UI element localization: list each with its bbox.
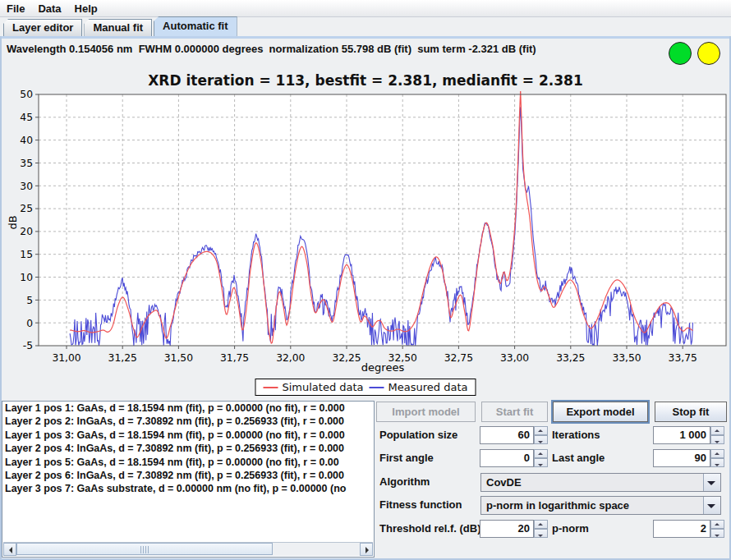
x-tick-label: 33,25 (556, 352, 585, 364)
x-tick-label: 31,75 (220, 352, 249, 364)
y-tick-label: 5 (26, 295, 33, 306)
spin-up-button[interactable] (710, 520, 724, 529)
chevron-down-icon (707, 504, 715, 508)
tab-layer-editor[interactable]: Layer editor (3, 19, 82, 36)
x-tick-label: 31,00 (52, 352, 80, 364)
fitness-function-value: p-norm in logarithmic space (481, 499, 703, 512)
last-angle-label: Last angle (552, 449, 605, 467)
y-tick-label: 0 (26, 318, 33, 329)
spin-up-button[interactable] (710, 449, 724, 458)
up-arrow-icon (538, 523, 543, 526)
simulated-line-swatch (263, 387, 278, 388)
tab-manual-fit[interactable]: Manual fit (84, 19, 152, 36)
p-norm-value[interactable]: 2 (653, 520, 710, 538)
right-arrow-icon (366, 547, 372, 553)
spin-up-button[interactable] (534, 520, 548, 529)
spin-down-button[interactable] (534, 458, 548, 467)
layer-list-item[interactable]: Layer 2 pos 2: InGaAs, d = 7.30892 nm (f… (2, 415, 374, 428)
layer-list-item[interactable]: Layer 1 pos 5: GaAs, d = 18.1594 nm (fit… (2, 456, 374, 469)
up-arrow-icon (715, 452, 720, 455)
spin-up-button[interactable] (534, 426, 548, 435)
y-tick-label: 40 (20, 135, 33, 146)
down-arrow-icon (538, 464, 543, 466)
xrd-chart: 31,0031,2531,5031,7532,0032,2532,5032,75… (0, 70, 731, 379)
y-tick-label: 50 (20, 89, 33, 100)
iterations-label: Iterations (552, 426, 600, 444)
y-tick-label: 15 (20, 249, 33, 260)
x-tick-label: 33,75 (669, 352, 697, 364)
y-axis-label: dB (7, 215, 19, 229)
iterations-spinner[interactable]: 1 000 (653, 426, 724, 444)
y-tick-label: -5 (23, 340, 33, 351)
combo-arrow-button[interactable] (703, 497, 720, 514)
y-tick-label: 25 (20, 203, 33, 214)
stop-fit-button[interactable]: Stop fit (655, 402, 727, 422)
up-arrow-icon (538, 429, 543, 432)
threshold-spinner[interactable]: 20 (480, 520, 548, 538)
layer-list-item[interactable]: Layer 1 pos 1: GaAs, d = 18.1594 nm (fit… (2, 402, 374, 415)
layer-list-item[interactable]: Layer 3 pos 7: GaAs substrate, d = 0.000… (2, 482, 374, 495)
fitness-function-label: Fitness function (379, 496, 462, 514)
threshold-label: Threshold rel.f. (dB) (379, 520, 481, 538)
spin-down-button[interactable] (710, 529, 724, 538)
p-norm-spinner[interactable]: 2 (653, 520, 724, 538)
down-arrow-icon (715, 464, 720, 466)
last-angle-spinner[interactable]: 90 (653, 449, 724, 467)
layer-list-item[interactable]: Layer 2 pos 4: InGaAs, d = 7.30892 nm (f… (2, 442, 374, 455)
layer-list-item[interactable]: Layer 1 pos 3: GaAs, d = 18.1594 nm (fit… (2, 429, 374, 442)
y-tick-label: 10 (20, 272, 33, 283)
legend-item-measured: Measured data (370, 381, 468, 393)
down-arrow-icon (715, 535, 720, 537)
application-window: File Data Help Layer editor Manual fit A… (0, 0, 731, 560)
scroll-left-button[interactable] (3, 543, 16, 556)
layer-list-item[interactable]: Layer 2 pos 6: InGaAs, d = 7.30892 nm (f… (2, 469, 374, 482)
first-angle-spinner[interactable]: 0 (480, 449, 548, 467)
scrollbar-track[interactable] (16, 543, 360, 556)
horizontal-scrollbar[interactable] (3, 542, 373, 556)
x-tick-label: 33,00 (500, 352, 529, 364)
algorithm-combobox[interactable]: CovDE (480, 473, 721, 492)
x-tick-label: 33,50 (612, 352, 641, 364)
fitness-function-combobox[interactable]: p-norm in logarithmic space (480, 496, 721, 515)
spin-down-button[interactable] (710, 458, 724, 467)
combo-arrow-button[interactable] (703, 474, 720, 491)
menu-data[interactable]: Data (38, 2, 61, 15)
scrollbar-thumb[interactable] (16, 543, 273, 555)
up-arrow-icon (538, 452, 543, 455)
spin-down-button[interactable] (534, 529, 548, 538)
up-arrow-icon (715, 429, 720, 432)
spin-up-button[interactable] (534, 449, 548, 458)
scroll-right-button[interactable] (360, 543, 373, 556)
spin-up-button[interactable] (710, 426, 724, 435)
spin-down-button[interactable] (710, 435, 724, 444)
export-model-button[interactable]: Export model (553, 402, 648, 422)
threshold-value[interactable]: 20 (480, 520, 534, 538)
spin-down-button[interactable] (534, 435, 548, 444)
first-angle-value[interactable]: 0 (480, 449, 534, 467)
legend-label-measured: Measured data (388, 381, 468, 393)
up-arrow-icon (715, 523, 720, 526)
population-size-spinner[interactable]: 60 (480, 426, 548, 444)
tab-content-border (0, 36, 731, 39)
y-tick-label: 35 (20, 158, 33, 169)
fit-status-text: Wavelength 0.154056 nm FWHM 0.000000 deg… (7, 43, 536, 55)
tab-strip: Layer editor Manual fit Automatic fit (0, 17, 731, 36)
legend-label-simulated: Simulated data (282, 381, 363, 393)
green-status-light (669, 42, 692, 65)
legend-item-simulated: Simulated data (263, 381, 363, 393)
chevron-down-icon (707, 481, 715, 485)
down-arrow-icon (538, 441, 543, 443)
left-arrow-icon (6, 547, 12, 553)
window-frame (0, 36, 2, 560)
population-size-value[interactable]: 60 (480, 426, 534, 444)
start-fit-button: Start fit (481, 402, 548, 422)
menu-file[interactable]: File (7, 2, 25, 15)
layer-list[interactable]: Layer 1 pos 1: GaAs, d = 18.1594 nm (fit… (2, 401, 375, 558)
measured-line-swatch (370, 387, 384, 388)
algorithm-label: Algorithm (379, 473, 430, 491)
down-arrow-icon (538, 535, 543, 537)
menu-help[interactable]: Help (75, 2, 98, 15)
iterations-value[interactable]: 1 000 (653, 426, 710, 444)
tab-automatic-fit[interactable]: Automatic fit (154, 16, 237, 36)
last-angle-value[interactable]: 90 (653, 449, 710, 467)
